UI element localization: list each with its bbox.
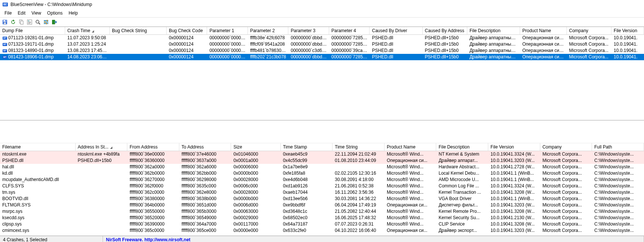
column-header[interactable]: Time Stamp bbox=[281, 143, 333, 151]
cell: fffff800`365c0000 bbox=[127, 227, 179, 234]
svg-rect-28 bbox=[3, 38, 5, 39]
cell: tm.sys bbox=[0, 189, 76, 196]
module-grid[interactable]: FilenameAddress In St...◢From AddressTo … bbox=[0, 143, 644, 234]
cell: 0x00000124 bbox=[167, 35, 207, 41]
column-header[interactable]: Caused By Driver bbox=[370, 27, 422, 35]
table-row[interactable]: ksecdd.sysfffff800`36520000fffff800`3654… bbox=[0, 215, 644, 221]
cell: Microsoft Corpora... bbox=[540, 215, 592, 221]
table-row[interactable]: 081323-14890-01.dmp13.08.2023 17:45:170x… bbox=[0, 48, 644, 54]
cell: 00000000`728556... bbox=[329, 35, 370, 41]
cell: 0xfe185fa8 bbox=[281, 170, 333, 177]
table-row[interactable]: msrpc.sysfffff800`36550000fffff800`365b3… bbox=[0, 208, 644, 215]
cell: 081323-14890-01.dmp bbox=[0, 48, 65, 54]
cell: 0xd3648c1c bbox=[281, 208, 333, 215]
column-header[interactable]: Address In St...◢ bbox=[76, 143, 128, 151]
column-header[interactable]: Size bbox=[231, 143, 280, 151]
cell: 0x0006d000 bbox=[231, 202, 280, 208]
cell: C:\Windows\syste... bbox=[592, 151, 644, 157]
cell: fffff800`365ce000 bbox=[179, 227, 231, 234]
column-header[interactable]: Parameter 1 bbox=[207, 27, 248, 35]
cell: 16.11.2062 3:56:36 bbox=[332, 189, 385, 196]
module-list-pane: FilenameAddress In St...◢From AddressTo … bbox=[0, 143, 644, 236]
save-icon[interactable] bbox=[1, 19, 8, 25]
cell: PSHED.dll+15b0 bbox=[423, 41, 467, 48]
table-row[interactable]: CLFS.SYSfffff800`362f0000fffff800`3635c0… bbox=[0, 183, 644, 189]
table-row[interactable]: FLTMGR.SYSfffff800`364b0000fffff800`3651… bbox=[0, 202, 644, 208]
column-header[interactable]: File Version bbox=[611, 27, 644, 35]
table-row[interactable]: kd.dllfffff800`362b0000fffff800`362bb000… bbox=[0, 170, 644, 177]
cell: 21.05.2082 12:40:44 bbox=[332, 208, 385, 215]
column-header[interactable]: Product Name bbox=[520, 27, 567, 35]
cell: Microsoft® Wind... bbox=[385, 183, 437, 189]
column-header[interactable]: Product Name bbox=[385, 143, 437, 151]
cell: 0x00063000 bbox=[231, 208, 280, 215]
column-header[interactable]: Time String bbox=[332, 143, 385, 151]
table-row[interactable]: cmimcext.sysfffff800`365c0000fffff800`36… bbox=[0, 227, 644, 234]
table-row[interactable]: ntoskrnl.exentoskrnl.exe +4b89fafffff800… bbox=[0, 151, 644, 157]
find-icon[interactable] bbox=[34, 19, 41, 25]
cell: fffff800`362a6000 bbox=[179, 164, 231, 170]
cell: fffff800`3635c000 bbox=[179, 183, 231, 189]
column-header[interactable]: Filename bbox=[0, 143, 76, 151]
table-row[interactable]: clipsp.sysfffff800`36390000fffff800`364a… bbox=[0, 221, 644, 227]
column-header[interactable]: Bug Check Code bbox=[167, 27, 207, 35]
options-icon[interactable] bbox=[43, 19, 49, 25]
column-header[interactable]: Parameter 4 bbox=[329, 27, 370, 35]
refresh-icon[interactable] bbox=[10, 19, 16, 25]
menu-edit[interactable]: Edit bbox=[15, 10, 28, 16]
column-header[interactable]: Caused By Address bbox=[423, 27, 467, 35]
cell: 0xe9bbdf6f bbox=[281, 202, 333, 208]
nirsoft-link[interactable]: NirSoft Freeware. http://www.nirsoft.net bbox=[106, 237, 191, 242]
cell: 10.0.19041.3203 (W... bbox=[488, 227, 540, 234]
cell: ntoskrnl.exe bbox=[0, 151, 76, 157]
column-header[interactable]: Dump File bbox=[0, 27, 65, 35]
column-header[interactable]: Crash Time◢ bbox=[65, 27, 110, 35]
menu-view[interactable]: View bbox=[28, 10, 44, 16]
cell: PSHED.dll+15b0 bbox=[76, 157, 128, 164]
column-header[interactable]: To Address bbox=[179, 143, 231, 151]
table-row[interactable]: hal.dllfffff800`362a0000fffff800`362a600… bbox=[0, 164, 644, 170]
cell: Драйвер экспорт... bbox=[436, 227, 488, 234]
table-row[interactable]: 071323-19171-01.dmp13.07.2023 1:25:240x0… bbox=[0, 41, 644, 48]
table-row[interactable]: 071123-19281-01.dmp11.07.2023 9:50:080x0… bbox=[0, 35, 644, 41]
table-row[interactable]: 081423-18906-01.dmp14.08.2023 23:06:340x… bbox=[0, 54, 644, 60]
menubar: FileEditViewOptionsHelp bbox=[0, 9, 644, 17]
svg-rect-3 bbox=[3, 4, 6, 4]
column-header[interactable]: Bug Check String bbox=[110, 27, 167, 35]
table-row[interactable]: tm.sysfffff800`362c0000fffff800`362e8000… bbox=[0, 189, 644, 196]
column-header[interactable]: File Description bbox=[436, 143, 488, 151]
copy-icon[interactable] bbox=[18, 19, 25, 25]
cell: Microsoft Corpora... bbox=[540, 196, 592, 202]
cell: Microsoft® Wind... bbox=[385, 221, 437, 227]
column-header[interactable]: Full Path bbox=[592, 143, 644, 151]
table-row[interactable]: BOOTVID.dllfffff800`36380000fffff800`363… bbox=[0, 196, 644, 202]
menu-options[interactable]: Options bbox=[44, 10, 66, 16]
table-row[interactable]: PSHED.dllPSHED.dll+15b0fffff800`36360000… bbox=[0, 157, 644, 164]
cell: 00000000`728556... bbox=[329, 41, 370, 48]
cell: Microsoft® Wind... bbox=[385, 208, 437, 215]
properties-icon[interactable] bbox=[26, 19, 33, 25]
cell: fffff800`362bb000 bbox=[179, 170, 231, 177]
column-header[interactable]: File Description bbox=[467, 27, 520, 35]
svg-rect-31 bbox=[3, 44, 6, 44]
column-header[interactable]: From Address bbox=[127, 143, 179, 151]
exit-icon[interactable] bbox=[51, 19, 58, 25]
svg-rect-10 bbox=[21, 21, 23, 24]
column-header[interactable]: File Version bbox=[488, 143, 540, 151]
cell: fffff800`362e8000 bbox=[179, 189, 231, 196]
cell: 10.0.19041.1 (WinB... bbox=[488, 170, 540, 177]
column-header[interactable]: Company bbox=[567, 27, 611, 35]
column-header[interactable]: Parameter 2 bbox=[248, 27, 289, 35]
menu-help[interactable]: Help bbox=[66, 10, 81, 16]
column-header[interactable]: Company bbox=[540, 143, 592, 151]
column-header[interactable]: Parameter 3 bbox=[288, 27, 329, 35]
cell: fffff800`3638b000 bbox=[179, 196, 231, 202]
cell: 0x00028000 bbox=[231, 189, 280, 196]
cell: fffff800`36390000 bbox=[127, 221, 179, 227]
dump-grid[interactable]: Dump FileCrash Time◢Bug Check StringBug … bbox=[0, 27, 644, 60]
cell: 00000000`000000... bbox=[207, 48, 248, 54]
cell: NT Kernel & System bbox=[436, 151, 488, 157]
cell: fffff800`36520000 bbox=[127, 215, 179, 221]
table-row[interactable]: mcupdate_AuthenticAMD.dllfffff800`362700… bbox=[0, 177, 644, 183]
menu-file[interactable]: File bbox=[1, 10, 15, 16]
